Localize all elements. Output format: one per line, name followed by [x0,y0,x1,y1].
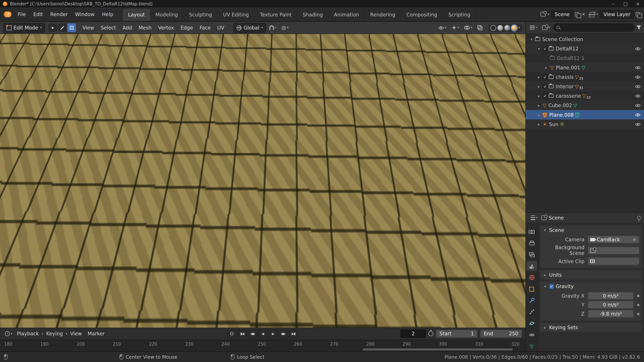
edge-select-button[interactable] [58,23,66,32]
marker-menu[interactable]: Marker [85,331,108,337]
timeline-ruler[interactable]: 180 190 200 210 220 230 240 250 260 270 … [0,340,525,348]
sidebar-tab-item[interactable]: Item [517,40,525,60]
outliner-row-scene-collection[interactable]: ▾ Scene Collection [526,34,644,44]
menu-help[interactable]: Help [98,11,117,17]
close-button[interactable]: × [632,0,644,7]
workspace-tab-sculpting[interactable]: Sculpting [184,8,218,21]
physics-properties-tab[interactable] [526,319,537,328]
tool-extrude-region[interactable] [3,170,16,182]
blenderkit-panel-header[interactable]: ▸ BlenderKit [449,36,514,47]
play-button[interactable]: ▶ [268,330,278,338]
menu-render[interactable]: Render [46,11,72,17]
minimize-button[interactable]: – [607,0,619,7]
world-properties-tab[interactable] [526,273,537,282]
filter-icon[interactable] [636,25,642,30]
tool-loop-cut[interactable] [3,213,16,225]
material-shading-button[interactable] [504,25,510,30]
disclosure-closed-icon[interactable]: ▸ [536,122,541,126]
mode-selector[interactable]: Edit Mode ▾ [3,23,45,33]
solid-shading-button[interactable] [498,25,503,30]
eye-icon[interactable] [635,94,641,98]
units-panel-header[interactable]: ▸ Units [540,270,642,279]
keyframe-decorator-icon[interactable] [637,313,640,315]
disclosure-closed-icon[interactable]: ▸ [544,65,548,69]
workspace-tab-modeling[interactable]: Modeling [150,8,184,21]
collection-checkbox[interactable]: ✓ [542,46,548,51]
timeline-editor-type-button[interactable]: ▾ [3,331,14,336]
next-keyframe-button[interactable]: ◆▶ [278,330,288,338]
particle-properties-tab[interactable] [526,307,537,317]
tool-bevel[interactable] [3,199,16,211]
sidebar-tab-blenderkit[interactable]: BlenderKit [517,104,525,136]
scene-properties-tab[interactable] [526,261,537,271]
scene-name-field[interactable]: Scene [551,10,574,18]
gravity-y-field[interactable]: 0 m/s² [588,301,634,309]
record-button[interactable] [227,330,236,338]
tool-annotate[interactable] [3,136,16,148]
tool-rip-region[interactable] [3,285,16,297]
active-clip-field[interactable] [588,257,640,265]
vertex-select-button[interactable] [48,23,57,32]
workspace-tab-shading[interactable]: Shading [298,8,329,21]
outliner-row-chassis[interactable]: ▸ ✓ chassis ▽ 33 [526,72,644,82]
car-model[interactable] [142,98,413,246]
gravity-z-field[interactable]: -9.8 m/s² [588,310,634,318]
eye-icon[interactable] [635,103,641,107]
wireframe-shading-button[interactable] [490,25,496,30]
rendered-shading-button[interactable] [511,25,517,30]
workspace-tab-scripting[interactable]: Scripting [443,8,476,21]
tool-select-box[interactable] [3,39,16,51]
menu-face[interactable]: Face [196,25,214,30]
display-mode-dropdown[interactable]: ▾ [540,25,552,30]
disclosure-closed-icon[interactable]: ▸ [536,113,541,117]
drag-grip-icon[interactable] [505,39,510,43]
tool-inset-faces[interactable] [3,184,16,197]
overlays-toggle[interactable]: ▾ [462,25,474,30]
sidebar-tab-view[interactable]: View [517,82,525,102]
end-frame-field[interactable]: End 250 [480,330,522,338]
timeline-scrollbar[interactable] [362,349,513,351]
view-menu[interactable]: View [67,331,85,337]
workspace-tab-layout[interactable]: Layout [123,8,150,21]
disclosure-closed-icon[interactable]: ▸ [536,75,541,79]
disclosure-closed-icon[interactable]: ▸ [536,103,541,107]
menu-uv[interactable]: UV [214,25,228,30]
gravity-panel-header[interactable]: ▾ ✓ Gravity [540,282,642,291]
gravity-checkbox[interactable]: ✓ [549,284,554,289]
workspace-tab-texture-paint[interactable]: Texture Paint [254,8,298,21]
current-frame-field[interactable]: 2 [400,330,426,338]
object-properties-tab[interactable] [526,284,537,294]
transform-orientation-dropdown[interactable]: Global ▾ [233,23,266,33]
menu-edge[interactable]: Edge [177,25,196,30]
scene-selector[interactable]: ▾ Scene × [541,10,586,18]
outliner-editor-type-button[interactable]: ▾ [528,25,539,29]
view-layer-properties-tab[interactable] [526,250,537,259]
gravity-x-field[interactable]: 0 m/s² [588,292,634,300]
clear-camera-icon[interactable]: × [632,237,637,242]
modifier-properties-tab[interactable] [526,296,537,305]
tool-spin[interactable] [3,256,16,268]
eye-icon[interactable] [635,122,641,126]
maximize-button[interactable]: □ [619,0,632,7]
collection-checkbox[interactable]: ✓ [542,84,548,89]
view-layer-name-field[interactable]: View Layer [600,10,634,18]
outliner-row-interior[interactable]: ▸ ✓ Interior ▽ 31 [526,82,644,91]
properties-editor-type-button[interactable]: ▾ [529,216,539,220]
tool-measure[interactable] [3,150,16,162]
outliner-row-deltar12[interactable]: ▾ ✓ DeltaR12 [526,44,644,53]
outliner-row-carosserie[interactable]: ▸ ✓ carosserie ▽ 23 [526,91,644,100]
play-reverse-button[interactable]: ◀ [258,330,267,338]
blender-logo-icon[interactable] [3,11,12,17]
eye-icon[interactable] [635,113,641,117]
keyframe-decorator-icon[interactable] [637,304,640,306]
view-layer-selector[interactable]: ▾ View Layer [590,10,640,18]
disclosure-closed-icon[interactable]: ▸ [536,94,541,98]
previous-keyframe-button[interactable]: ◀◆ [248,330,257,338]
drag-grip-icon[interactable] [505,51,510,55]
snap-toggle[interactable]: ▾ [268,25,278,30]
auto-keyframe-stopwatch-icon[interactable] [428,331,433,336]
workspace-tab-rendering[interactable]: Rendering [365,8,401,21]
keying-sets-panel-header[interactable]: ▸ Keying Sets [540,323,642,332]
tool-scale[interactable] [3,102,16,114]
object-visibility-dropdown[interactable]: ▾ [436,26,448,30]
